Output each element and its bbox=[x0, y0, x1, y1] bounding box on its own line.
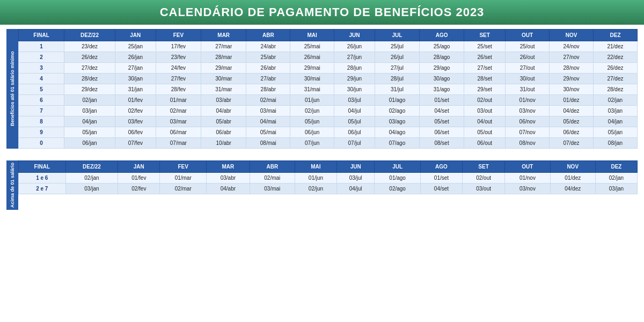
header-cell: JUN bbox=[336, 161, 374, 173]
table-cell: 2 e 7 bbox=[19, 184, 66, 194]
table-cell: 28/jul bbox=[375, 74, 419, 84]
header-cell: MAR bbox=[207, 161, 250, 173]
table-cell: 06/nov bbox=[506, 116, 550, 127]
table-cell: 27/out bbox=[506, 63, 550, 74]
table-cell: 02/mar bbox=[156, 106, 201, 116]
table-cell: 29/mai bbox=[290, 63, 334, 74]
table-cell: 02/mai bbox=[246, 95, 290, 106]
header-cell: DEZ bbox=[595, 161, 637, 173]
header-cell: AGO bbox=[420, 161, 462, 173]
table-cell: 25/abr bbox=[246, 52, 290, 63]
table-row: 226/dez26/jan23/fev28/mar25/abr26/mai27/… bbox=[19, 52, 638, 63]
table-cell: 27/jul bbox=[375, 63, 419, 74]
header-cell: JAN bbox=[118, 161, 160, 173]
table-cell: 27/dez bbox=[64, 63, 115, 74]
table-cell: 02/out bbox=[464, 95, 506, 106]
table-cell: 29/ago bbox=[420, 63, 464, 74]
table-cell: 29/jun bbox=[334, 74, 375, 84]
table-cell: 06/dez bbox=[550, 127, 594, 138]
table-cell: 29/dez bbox=[64, 84, 115, 95]
table-cell: 26/set bbox=[464, 52, 506, 63]
table-cell: 02/mar bbox=[160, 184, 207, 194]
table-row: 327/dez27/jan24/fev29/mar26/abr29/mai28/… bbox=[19, 63, 638, 74]
table-cell: 03/out bbox=[464, 106, 506, 116]
table-cell: 28/jun bbox=[334, 63, 375, 74]
header-cell: FINAL bbox=[19, 30, 64, 41]
table-cell: 30/jun bbox=[334, 84, 375, 95]
table-row: 804/jan03/fev03/mar05/abr04/mai05/jun05/… bbox=[19, 116, 638, 127]
table-cell: 02/jan bbox=[593, 95, 637, 106]
table-cell: 07/fev bbox=[115, 138, 156, 149]
section2: Acima de 01 salário FINALDEZ/22JANFEVMAR… bbox=[6, 160, 638, 210]
table-cell: 30/jan bbox=[115, 74, 156, 84]
table-cell: 04/set bbox=[420, 106, 464, 116]
table-cell: 02/jun bbox=[290, 106, 334, 116]
table-cell: 03/jul bbox=[336, 173, 374, 184]
table-cell: 03/nov bbox=[505, 184, 550, 194]
table-cell: 27/nov bbox=[550, 52, 594, 63]
table-cell: 05/mai bbox=[246, 127, 290, 138]
table-cell: 31/out bbox=[506, 84, 550, 95]
section1-table: FINALDEZ/22JANFEVMARABRMAIJUNJULAGOSETOU… bbox=[18, 29, 638, 149]
table-cell: 1 bbox=[19, 41, 64, 52]
table-cell: 30/ago bbox=[420, 74, 464, 84]
table-cell: 29/mar bbox=[201, 63, 246, 74]
table-cell: 06/mar bbox=[156, 127, 201, 138]
table-cell: 04/abr bbox=[201, 106, 246, 116]
table-cell: 04/dez bbox=[550, 106, 594, 116]
table-cell: 06/jun bbox=[290, 127, 334, 138]
table-cell: 1 e 6 bbox=[19, 173, 66, 184]
table-cell: 05/jan bbox=[593, 127, 637, 138]
table-cell: 08/set bbox=[420, 138, 464, 149]
table-cell: 26/dez bbox=[593, 63, 637, 74]
table-cell: 17/fev bbox=[156, 41, 201, 52]
table-cell: 03/jan bbox=[65, 184, 118, 194]
table-cell: 29/nov bbox=[550, 74, 594, 84]
table-cell: 01/jun bbox=[290, 95, 334, 106]
table-cell: 03/abr bbox=[207, 173, 250, 184]
table-cell: 01/set bbox=[420, 173, 462, 184]
table-cell: 27/dez bbox=[593, 74, 637, 84]
table-cell: 24/nov bbox=[550, 41, 594, 52]
table-cell: 31/ago bbox=[420, 84, 464, 95]
table-cell: 01/nov bbox=[506, 95, 550, 106]
table-cell: 03/ago bbox=[375, 116, 419, 127]
header-cell: DEZ/22 bbox=[64, 30, 115, 41]
table-cell: 01/jun bbox=[295, 173, 336, 184]
table-cell: 27/jan bbox=[115, 63, 156, 74]
table-cell: 01/mar bbox=[160, 173, 207, 184]
section1-table-container: FINALDEZ/22JANFEVMARABRMAIJUNJULAGOSETOU… bbox=[18, 29, 638, 149]
table-cell: 05/jan bbox=[64, 127, 115, 138]
table-row: 529/dez31/jan28/fev31/mar28/abr31/mai30/… bbox=[19, 84, 638, 95]
title-bar: CALENDÁRIO DE PAGAMENTO DE BENEFÍCIOS 20… bbox=[0, 0, 644, 25]
table-cell: 31/jan bbox=[115, 84, 156, 95]
table-cell: 04/jan bbox=[593, 116, 637, 127]
header-cell: SET bbox=[464, 30, 506, 41]
table-cell: 3 bbox=[19, 63, 64, 74]
table-cell: 04/jul bbox=[336, 184, 374, 194]
table-row: 602/jan01/fev01/mar03/abr02/mai01/jun03/… bbox=[19, 95, 638, 106]
header-cell: OUT bbox=[505, 161, 550, 173]
table-cell: 26/jul bbox=[375, 52, 419, 63]
table-cell: 03/mar bbox=[156, 116, 201, 127]
header-cell: JUL bbox=[375, 161, 421, 173]
table-cell: 03/jan bbox=[595, 184, 637, 194]
table-row: 905/jan06/fev06/mar06/abr05/mai06/jun06/… bbox=[19, 127, 638, 138]
table-row: 2 e 703/jan02/fev02/mar04/abr03/mai02/ju… bbox=[19, 184, 638, 194]
table-cell: 05/abr bbox=[201, 116, 246, 127]
table-cell: 01/mar bbox=[156, 95, 201, 106]
table-cell: 0 bbox=[19, 138, 64, 149]
table-cell: 26/jun bbox=[334, 41, 375, 52]
table-cell: 9 bbox=[19, 127, 64, 138]
table-cell: 02/mai bbox=[250, 173, 295, 184]
table-cell: 03/nov bbox=[506, 106, 550, 116]
table-cell: 31/mar bbox=[201, 84, 246, 95]
table-cell: 23/fev bbox=[156, 52, 201, 63]
table-cell: 28/ago bbox=[420, 52, 464, 63]
table-cell: 01/nov bbox=[505, 173, 550, 184]
table-cell: 03/jan bbox=[64, 106, 115, 116]
table-cell: 10/abr bbox=[201, 138, 246, 149]
header-cell: JUN bbox=[334, 30, 375, 41]
table-cell: 30/out bbox=[506, 74, 550, 84]
table-cell: 25/set bbox=[464, 41, 506, 52]
